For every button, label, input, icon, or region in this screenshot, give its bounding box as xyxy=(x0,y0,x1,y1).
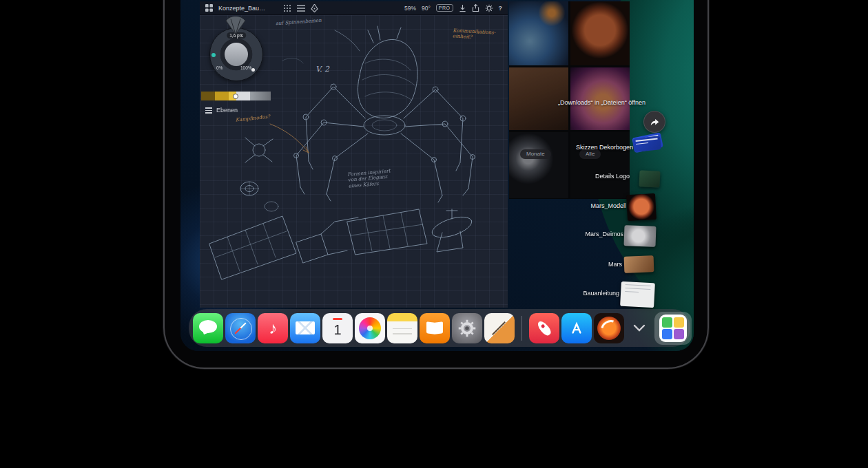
import-icon[interactable] xyxy=(459,4,466,12)
brush-color-wheel[interactable]: 1,6 pts 0% 100% xyxy=(209,28,263,81)
annotation-comm-unit: Kommunikations- einheit? xyxy=(453,28,496,41)
app-grid-icon[interactable] xyxy=(205,4,213,12)
chevron-down-icon xyxy=(633,324,645,332)
swatch-gray[interactable] xyxy=(250,92,271,100)
pen-nib-icon[interactable] xyxy=(311,4,318,12)
music-note-icon: ♪ xyxy=(269,320,277,337)
drag-thumb-stickers[interactable] xyxy=(632,134,666,169)
rocket-icon xyxy=(536,319,553,337)
share-icon[interactable] xyxy=(472,3,479,12)
dock-icon-notes[interactable] xyxy=(387,313,417,343)
drag-thumb-instructions[interactable] xyxy=(620,281,655,308)
dock-icon-photos[interactable] xyxy=(355,313,385,343)
pro-badge[interactable]: PRO xyxy=(436,4,453,12)
dock: ♪ 1 xyxy=(189,309,690,347)
envelope-icon xyxy=(296,321,315,334)
compass-icon xyxy=(230,318,252,340)
brush-max-label: 100% xyxy=(240,65,252,70)
dock-divider xyxy=(521,316,522,341)
swatch-dark-gold[interactable] xyxy=(201,92,215,100)
stage: Konzepte_Bau… 59% 90° PRO ? xyxy=(0,0,868,468)
dock-icon-books[interactable] xyxy=(420,313,450,343)
dock-icon-concepts[interactable] xyxy=(594,313,624,343)
photos-tab-all[interactable]: Alle xyxy=(579,149,601,159)
drag-item-label: Skizzen Dekorbogen xyxy=(576,144,633,151)
ipad-frame: Konzepte_Bau… 59% 90° PRO ? xyxy=(163,0,709,369)
drop-tooltip: „Downloads“ in „Dateien“ öffnen xyxy=(515,99,645,106)
layers-button[interactable]: Ebenen xyxy=(205,106,238,115)
ipad-screen: Konzepte_Bau… 59% 90° PRO ? xyxy=(180,0,694,351)
swatch-light-gray[interactable] xyxy=(236,92,250,100)
layers-label: Ebenen xyxy=(216,107,238,114)
annotation-version: V. 2 xyxy=(316,65,329,74)
settings-gear-icon[interactable] xyxy=(485,4,493,12)
dock-icon-mail[interactable] xyxy=(290,313,320,343)
swatch-gold[interactable] xyxy=(215,92,229,100)
dock-icon-safari[interactable] xyxy=(225,313,256,343)
forward-share-button[interactable] xyxy=(643,111,665,133)
gear-icon xyxy=(457,319,477,338)
concepts-toolbar: Konzepte_Bau… 59% 90° PRO ? xyxy=(200,1,508,15)
dock-icon-rocket[interactable] xyxy=(529,313,559,343)
concepts-app-window: Konzepte_Bau… 59% 90° PRO ? xyxy=(200,1,508,308)
drag-item-label: Details Logo xyxy=(595,173,630,180)
brush-min-label: 0% xyxy=(216,65,223,70)
dock-icon-settings[interactable] xyxy=(452,313,482,343)
dock-chevron-button[interactable] xyxy=(629,313,650,343)
dots-grid-icon[interactable] xyxy=(283,4,291,12)
brush-fan-selector[interactable] xyxy=(220,17,251,34)
dock-icon-music[interactable]: ♪ xyxy=(258,313,288,343)
drag-thumb-mars-strip[interactable] xyxy=(624,255,654,273)
zoom-level[interactable]: 59% xyxy=(404,5,416,12)
calendar-weekday-bar xyxy=(333,318,342,320)
photos-tab-months[interactable]: Monate xyxy=(520,149,551,159)
white-color-dot[interactable] xyxy=(251,68,255,72)
drag-thumb-mars-model[interactable] xyxy=(626,193,657,221)
dock-recents-section[interactable] xyxy=(654,312,692,345)
dock-icon-app-store[interactable] xyxy=(561,313,592,343)
forward-arrow-icon xyxy=(649,116,660,127)
drag-item-label: Bauanleitung xyxy=(583,290,619,297)
photos-flower-icon xyxy=(359,317,381,339)
dock-icon-messages[interactable] xyxy=(193,313,223,343)
teal-color-dot[interactable] xyxy=(211,53,216,57)
help-icon[interactable]: ? xyxy=(499,5,503,12)
drawing-canvas[interactable]: auf Spinnenbeinen Kommunikations- einhei… xyxy=(200,15,508,308)
app-store-a-icon xyxy=(568,319,586,337)
drag-item-label: Mars xyxy=(608,261,622,268)
drag-item-label: Mars_Deimos xyxy=(585,231,623,237)
calendar-day-number: 1 xyxy=(333,322,341,338)
menu-icon[interactable] xyxy=(297,5,305,12)
palette-marker xyxy=(233,94,238,99)
dock-icon-calendar[interactable]: 1 xyxy=(322,313,353,343)
open-book-icon xyxy=(426,321,435,334)
pencil-icon xyxy=(492,321,506,335)
drag-thumb-deimos[interactable] xyxy=(623,225,656,247)
document-title[interactable]: Konzepte_Bau… xyxy=(218,5,265,12)
layers-icon xyxy=(205,106,212,115)
rotation-angle[interactable]: 90° xyxy=(422,5,431,12)
recent-app-icon[interactable] xyxy=(659,315,687,342)
drag-thumb-logo[interactable] xyxy=(639,170,660,188)
orange-disc-icon xyxy=(597,317,621,340)
brush-preview[interactable] xyxy=(225,43,248,66)
dock-icon-sketch-app[interactable] xyxy=(484,313,515,343)
drag-item-label: Mars_Modell xyxy=(590,202,626,209)
